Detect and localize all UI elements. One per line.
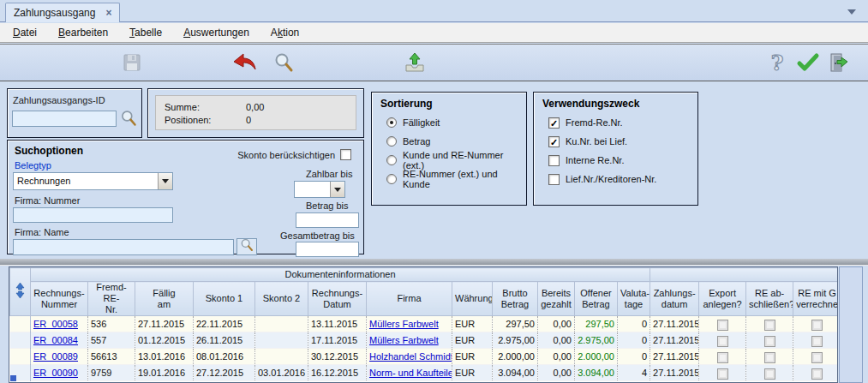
col-header-export_anlegen[interactable]: Export anlegen? <box>699 282 746 316</box>
cell-rechnungsnummer: ER_00090 <box>31 365 88 381</box>
radio-option-fälligkeit[interactable]: Fälligkeit <box>386 117 523 129</box>
radio-option-re-nummer-ext-und-kunde[interactable]: RE-Nummer (ext.) und Kunde <box>386 173 523 185</box>
vertical-scrollbar[interactable] <box>839 266 863 383</box>
firma-name-input[interactable] <box>13 239 234 255</box>
payment-id-label: Zahlungsausgangs-ID <box>13 95 105 105</box>
tab-overflow-chevron-down-icon[interactable] <box>847 9 856 15</box>
positions-label: Positionen: <box>165 115 246 125</box>
row-selector[interactable] <box>10 332 31 349</box>
tab-zahlungsausgang[interactable]: Zahlungsausgang × <box>5 3 120 22</box>
rechnungsnummer-link[interactable]: ER_00084 <box>33 335 78 345</box>
col-header-rechnungsnummer[interactable]: Rechnungs- Nummer <box>31 282 88 316</box>
cell-faellig_am: 01.12.2015 <box>135 332 194 349</box>
radio-icon[interactable] <box>386 174 397 184</box>
col-header-firma[interactable]: Firma <box>367 282 452 316</box>
firma-nummer-input[interactable] <box>13 207 173 223</box>
rechnungsnummer-link[interactable]: ER_00090 <box>33 368 78 378</box>
cell-bereits_gezahlt: 0,00 <box>538 349 575 365</box>
checkbox-icon[interactable]: ✓ <box>548 136 560 147</box>
cell-offener_betrag: 2.975,00 <box>575 332 618 349</box>
zahlbar-bis-combobox[interactable] <box>294 181 345 198</box>
search-options-box: Suchoptionen Belegtyp Rechnungen Firma: … <box>7 140 364 254</box>
checkbox-option-ku-nr-bei-lief-[interactable]: ✓Ku.Nr. bei Lief. <box>548 135 694 147</box>
group-header-dokumenteninformationen: Dokumenteninformationen <box>31 268 650 282</box>
col-header-re_abschliessen[interactable]: RE ab- schließen? <box>746 282 793 316</box>
svg-text:?: ? <box>771 51 784 75</box>
gesamtbetrag-bis-input[interactable] <box>296 242 359 257</box>
checkbox-option-fremd-re-nr-[interactable]: ✓Fremd-Re.Nr. <box>548 117 694 129</box>
cell-re_abschliessen <box>746 332 793 349</box>
col-header-brutto_betrag[interactable]: Brutto Betrag <box>493 282 538 316</box>
checkbox-icon[interactable] <box>548 174 560 185</box>
cell-fremd_re_nr: 536 <box>88 316 135 332</box>
exit-door-icon <box>826 51 848 77</box>
col-header-rechnungs_datum[interactable]: Rechnungs- Datum <box>308 282 367 316</box>
cell-fremd_re_nr: 56613 <box>88 349 135 365</box>
cell-skonto2 <box>255 332 308 349</box>
menu-item-datei[interactable]: Datei <box>5 25 45 40</box>
sort-toggle-icon[interactable] <box>10 268 31 316</box>
checkbox-label: Ku.Nr. bei Lief. <box>566 136 627 147</box>
col-header-faellig_am[interactable]: Fällig am <box>135 282 194 316</box>
cell-export_anlegen <box>699 332 746 349</box>
exit-button[interactable] <box>825 52 849 76</box>
col-header-skonto1[interactable]: Skonto 1 <box>194 282 255 316</box>
skonto-checkbox[interactable] <box>340 149 351 160</box>
firma-link[interactable]: Holzhandel Schmidt <box>369 351 452 362</box>
zahlbar-bis-dropdown-icon[interactable] <box>330 182 344 197</box>
help-icon: ? <box>768 51 787 78</box>
undo-button[interactable] <box>232 52 256 76</box>
col-header-fremd_re_nr[interactable]: Fremd-RE- Nr. <box>88 282 135 316</box>
help-button[interactable]: ? <box>765 52 789 76</box>
firma-link[interactable]: Müllers Farbwelt <box>369 335 439 345</box>
row-selector[interactable] <box>10 316 31 332</box>
confirm-button[interactable] <box>796 52 820 76</box>
rechnungsnummer-link[interactable]: ER_00058 <box>33 319 78 329</box>
col-header-re_mit_g_verrechnen[interactable]: RE mit G verrechne <box>793 282 838 316</box>
disabled-checkbox-icon <box>717 320 728 331</box>
menu-item-auswertungen[interactable]: Auswertungen <box>176 25 257 40</box>
menu-item-aktion[interactable]: Aktion <box>263 25 307 40</box>
firma-link[interactable]: Müllers Farbwelt <box>369 319 439 329</box>
cell-fremd_re_nr: 9759 <box>88 365 135 381</box>
cell-skonto2 <box>255 316 308 332</box>
checkbox-option-interne-re-nr-[interactable]: Interne Re.Nr. <box>548 154 694 166</box>
payment-id-input[interactable] <box>12 111 117 127</box>
col-header-skonto2[interactable]: Skonto 2 <box>255 282 308 316</box>
checkbox-icon[interactable] <box>548 155 560 166</box>
export-button[interactable] <box>403 52 427 76</box>
group-header-blank <box>650 268 838 282</box>
belegtyp-dropdown-icon[interactable] <box>158 173 172 189</box>
betrag-bis-input[interactable] <box>296 212 359 228</box>
row-position-indicator <box>10 375 16 381</box>
col-header-zahlungsdatum[interactable]: Zahlungs- datum <box>650 282 699 316</box>
firma-nummer-label: Firma: Nummer <box>15 195 80 206</box>
radio-option-kunde-und-re-nummer-ext-[interactable]: Kunde und RE-Nummer (ext.) <box>386 154 523 166</box>
col-header-waehrung[interactable]: Währung <box>452 282 493 316</box>
tab-close-icon[interactable]: × <box>105 7 111 19</box>
belegtyp-combobox[interactable]: Rechnungen <box>13 172 173 190</box>
table-row: ER_00090975919.01.201627.12.201503.01.20… <box>10 365 839 381</box>
splitter-bar[interactable] <box>0 259 868 266</box>
radio-icon[interactable] <box>386 155 397 165</box>
checkbox-option-lief-nr-kreditoren-nr-[interactable]: Lief.Nr./Kreditoren-Nr. <box>548 173 694 185</box>
rechnungsnummer-link[interactable]: ER_00089 <box>33 351 78 362</box>
firma-name-search-button[interactable] <box>236 238 257 255</box>
radio-option-betrag[interactable]: Betrag <box>386 135 523 147</box>
payment-id-search-icon[interactable] <box>120 110 137 130</box>
confirm-check-icon <box>796 52 820 76</box>
toolbar: ? <box>0 44 868 81</box>
menu-item-tabelle[interactable]: Tabelle <box>122 25 170 40</box>
sortierung-title: Sortierung <box>380 98 433 110</box>
firma-link[interactable]: Norm- und Kaufteile <box>369 368 452 378</box>
col-header-offener_betrag[interactable]: Offener Betrag <box>575 282 618 316</box>
col-header-bereits_gezahlt[interactable]: Bereits gezahlt <box>538 282 575 316</box>
menu-item-bearbeiten[interactable]: Bearbeiten <box>51 25 116 40</box>
radio-icon[interactable] <box>386 117 397 128</box>
row-selector[interactable] <box>10 349 31 365</box>
cell-export_anlegen <box>699 316 746 332</box>
search-button[interactable] <box>272 52 296 76</box>
radio-icon[interactable] <box>386 136 397 147</box>
col-header-valutatage[interactable]: Valuta- tage <box>618 282 650 316</box>
checkbox-icon[interactable]: ✓ <box>548 117 560 129</box>
